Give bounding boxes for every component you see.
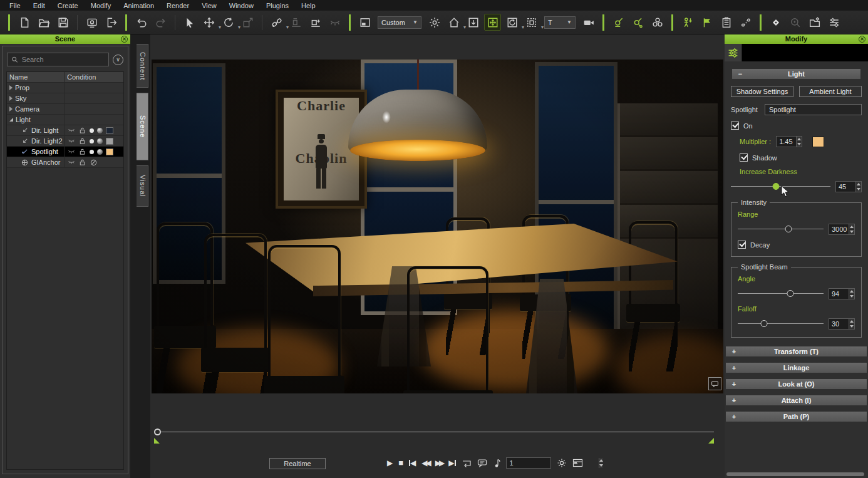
range-slider[interactable] [738,225,824,234]
section-linkage[interactable]: + Linkage [726,363,867,373]
tab-visual[interactable]: Visual [137,165,148,207]
eyelash-visibility-icon[interactable] [67,137,75,145]
eyelash-visibility-icon[interactable] [67,127,75,135]
menu-plugins[interactable]: Plugins [261,1,294,10]
falloff-field[interactable] [829,318,855,330]
lock-icon[interactable] [78,127,86,135]
search-input[interactable] [22,56,105,63]
falloff-spinner[interactable] [849,319,854,329]
tree-empty-area[interactable] [7,168,123,469]
expand-icon[interactable]: + [730,380,738,388]
horizontal-scrollbar[interactable] [726,472,864,476]
search-content-icon[interactable] [787,14,803,31]
timeline-panel-icon[interactable] [572,459,583,467]
save-project-icon[interactable] [54,14,71,31]
tab-scene[interactable]: Scene [137,93,148,160]
redo-icon[interactable] [152,14,169,31]
open-project-icon[interactable] [35,14,52,31]
loop-button[interactable] [462,459,472,467]
smart-gallery-icon[interactable] [825,14,842,31]
frame-number-field[interactable] [506,457,551,469]
scene-panel-header[interactable]: Scene ✕ [0,34,130,44]
column-condition[interactable]: Condition [65,72,123,82]
angle-slider[interactable] [738,289,824,298]
export-icon[interactable] [103,14,120,31]
rewind-button[interactable]: ◀◀ [421,456,429,470]
shadow-sphere-icon[interactable] [97,149,103,155]
expand-icon[interactable]: + [730,397,738,404]
props-cluster-icon[interactable] [649,14,666,31]
menu-help[interactable]: Help [296,1,321,10]
expand-icon[interactable]: + [730,348,738,355]
select-tool-icon[interactable] [181,14,198,31]
lock-icon[interactable] [78,158,86,167]
align-icon[interactable] [287,14,304,31]
rotate-tool-icon[interactable] [220,14,237,31]
lock-icon[interactable] [78,137,86,145]
tree-row-sky[interactable]: Sky [7,93,123,104]
search-options-icon[interactable]: ∨ [113,55,123,65]
fast-forward-button[interactable]: ▶▶ [435,456,443,470]
transform-space-dropdown[interactable]: T ▼ [544,16,576,29]
falloff-input[interactable] [829,319,849,329]
render-dot-icon[interactable] [90,139,94,143]
link-tool-icon[interactable] [268,14,285,31]
timeline-track[interactable] [158,432,714,432]
new-project-icon[interactable] [16,14,33,31]
flag-icon[interactable] [698,14,715,31]
section-transform[interactable]: + Transform (T) [726,346,867,356]
multiplier-input[interactable] [777,137,796,147]
frame-spinner[interactable] [599,458,603,468]
tab-content[interactable]: Content [137,44,148,88]
hide-eyelash-icon[interactable] [326,14,343,31]
increase-darkness-spinner[interactable] [855,182,861,192]
tree-row-gianchor[interactable]: GIAnchor [7,157,123,168]
preview-render-icon[interactable] [83,14,100,31]
shadow-sphere-icon[interactable] [97,128,103,133]
multiplier-field[interactable] [776,136,802,147]
first-frame-button[interactable]: ◀ [409,456,416,470]
light-color-swatch[interactable] [106,138,113,145]
realtime-button[interactable]: Realtime [269,458,326,469]
content-diamond-icon[interactable] [767,14,784,31]
menu-create[interactable]: Create [52,1,84,10]
decay-checkbox[interactable] [738,241,746,249]
on-checkbox[interactable] [731,122,739,130]
lock-icon[interactable] [78,148,86,156]
increase-darkness-slider[interactable] [731,182,830,191]
workspace-dropdown[interactable]: Custom ▼ [378,16,421,29]
align-add-icon[interactable] [307,14,324,31]
actor-motion-icon[interactable] [679,14,696,31]
collapse-icon[interactable]: − [736,70,744,78]
light-name-input[interactable] [765,104,862,115]
tree-row-dir-light2[interactable]: Dir. Light2 [7,136,123,147]
range-end-marker[interactable] [708,438,714,444]
menu-file[interactable]: File [4,1,26,10]
angle-field[interactable] [829,288,855,299]
tree-row-spotlight-selected[interactable]: Spotlight [7,147,123,157]
light-color-swatch[interactable] [106,148,113,155]
edit-mesh-icon[interactable] [523,14,540,31]
home-view-icon[interactable] [445,14,462,31]
menu-window[interactable]: Window [224,1,259,10]
viewport-display-toggle[interactable] [708,377,721,390]
expand-icon[interactable]: + [730,364,738,371]
section-path[interactable]: + Path (P) [726,412,867,422]
section-attach[interactable]: + Attach (I) [726,395,867,405]
template-folder-icon[interactable] [806,14,823,31]
undo-icon[interactable] [133,14,150,31]
rotate-pivot-icon[interactable] [504,14,520,31]
menu-modify[interactable]: Modify [85,1,116,10]
tree-header-row[interactable]: Name Condition [7,72,123,83]
tree-row-prop[interactable]: Prop [7,83,123,93]
menu-view[interactable]: View [196,1,222,10]
angle-spinner[interactable] [849,289,854,299]
expand-icon[interactable] [9,85,13,90]
spotlight-tool-icon[interactable] [610,14,627,31]
render-settings-icon[interactable] [557,458,567,468]
motion-curve-icon[interactable] [737,14,754,31]
expand-icon[interactable]: + [730,413,738,420]
tree-row-light[interactable]: Light [7,115,123,125]
search-box[interactable] [7,53,109,66]
collapse-icon[interactable] [9,118,13,122]
